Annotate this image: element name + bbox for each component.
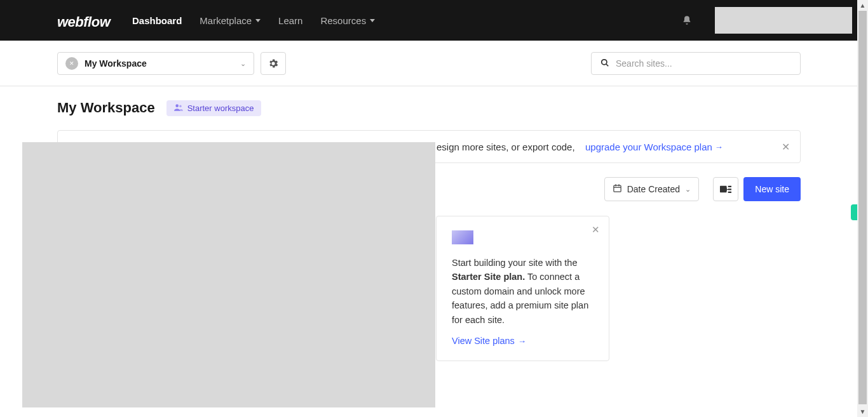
page-title: My Workspace [57, 100, 155, 116]
workspace-avatar-icon [65, 57, 78, 70]
obscured-region [22, 142, 435, 407]
svg-rect-4 [614, 185, 621, 192]
plan-glyph-icon [452, 230, 473, 244]
view-site-plans-link[interactable]: View Site plans [452, 336, 526, 346]
sort-dropdown[interactable]: Date Created ⌄ [604, 177, 699, 201]
scroll-up-icon[interactable]: ▲ [857, 0, 868, 11]
nav-label: Resources [320, 15, 366, 26]
banner-text: esign more sites, or export code, [437, 142, 575, 152]
card-body: Start building your site with the Starte… [452, 256, 593, 327]
svg-point-0 [602, 59, 607, 64]
calendar-icon [613, 183, 622, 195]
feedback-tab[interactable] [851, 204, 857, 220]
chevron-down-icon: ⌄ [240, 60, 246, 68]
nav-learn[interactable]: Learn [278, 15, 302, 26]
search-icon [600, 58, 609, 69]
new-site-button[interactable]: New site [743, 177, 801, 201]
upgrade-link[interactable]: upgrade your Workspace plan [585, 142, 723, 152]
search-sites[interactable] [591, 52, 801, 75]
workspace-selector[interactable]: My Workspace ⌄ [57, 52, 254, 75]
workspace-settings-button[interactable] [261, 52, 286, 75]
svg-text:+: + [725, 185, 729, 193]
account-menu[interactable] [715, 7, 852, 34]
chevron-down-icon: ⌄ [685, 185, 691, 194]
sort-label: Date Created [627, 184, 680, 194]
vertical-scrollbar[interactable]: ▲ ▼ [857, 0, 868, 417]
title-row: My Workspace Starter workspace [57, 100, 261, 116]
plan-badge[interactable]: Starter workspace [166, 100, 262, 116]
svg-line-1 [606, 63, 609, 66]
chevron-down-icon [370, 19, 375, 22]
nav-resources[interactable]: Resources [320, 15, 375, 26]
chevron-down-icon [255, 19, 261, 22]
close-icon[interactable]: ✕ [782, 141, 790, 153]
plan-badge-label: Starter workspace [187, 103, 254, 113]
people-icon [174, 103, 183, 113]
search-input[interactable] [616, 58, 791, 69]
svg-point-2 [175, 104, 179, 107]
starter-plan-card: ✕ Start building your site with the Star… [436, 216, 609, 361]
logo[interactable]: webflow [57, 14, 110, 30]
notifications-icon[interactable] [682, 15, 692, 28]
scroll-down-icon[interactable]: ▼ [857, 406, 868, 417]
nav-label: Marketplace [200, 15, 252, 26]
top-nav: webflow Dashboard Marketplace Learn Reso… [0, 0, 857, 41]
close-icon[interactable]: ✕ [592, 224, 600, 235]
nav-dashboard[interactable]: Dashboard [132, 15, 182, 26]
view-toggle-button[interactable]: + [713, 177, 738, 201]
svg-point-3 [179, 105, 182, 107]
scroll-thumb[interactable] [858, 11, 867, 404]
nav-marketplace[interactable]: Marketplace [200, 15, 261, 26]
workspace-name: My Workspace [85, 58, 234, 69]
